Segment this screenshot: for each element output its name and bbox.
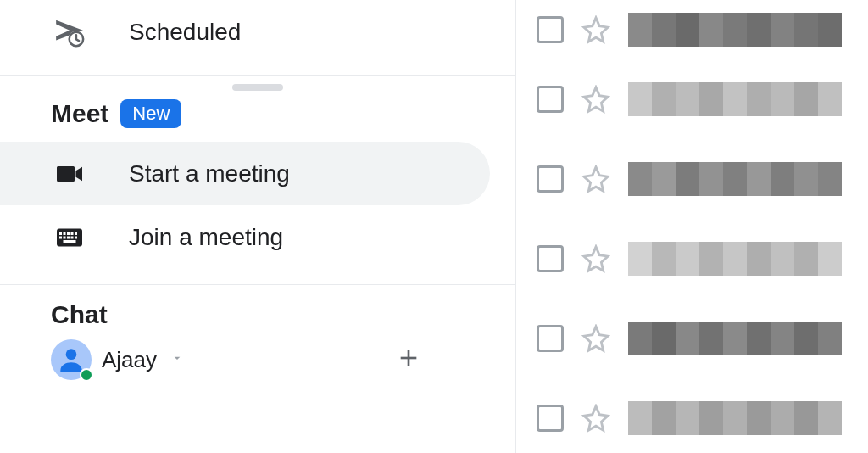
- sidebar: Scheduled Meet New Start a meeting: [0, 0, 515, 453]
- start-meeting-button[interactable]: Start a meeting: [0, 142, 490, 205]
- email-preview-redacted: [628, 162, 868, 196]
- svg-rect-4: [64, 232, 66, 235]
- chat-user-name: Ajaay: [102, 347, 157, 373]
- svg-rect-3: [59, 232, 62, 235]
- star-icon[interactable]: [581, 323, 611, 354]
- svg-rect-6: [71, 232, 74, 235]
- email-row[interactable]: [516, 299, 868, 378]
- email-preview-redacted: [628, 401, 868, 435]
- svg-rect-7: [75, 232, 77, 235]
- email-preview-redacted: [628, 82, 868, 116]
- svg-rect-10: [67, 236, 70, 238]
- select-checkbox[interactable]: [537, 405, 564, 432]
- meet-section-header: Meet New: [0, 99, 515, 142]
- svg-rect-13: [64, 240, 76, 243]
- section-resize-handle[interactable]: [232, 84, 283, 91]
- svg-rect-5: [67, 232, 70, 235]
- divider: [0, 75, 515, 76]
- avatar: [51, 339, 92, 380]
- select-checkbox[interactable]: [537, 165, 564, 193]
- chevron-down-icon[interactable]: [170, 351, 184, 368]
- svg-point-14: [66, 349, 77, 360]
- sidebar-item-scheduled[interactable]: Scheduled: [0, 0, 515, 64]
- svg-rect-11: [71, 236, 74, 238]
- join-meeting-label: Join a meeting: [129, 224, 283, 251]
- email-row[interactable]: [516, 59, 868, 139]
- scheduled-icon: [51, 14, 88, 51]
- email-row[interactable]: [516, 219, 868, 299]
- svg-rect-12: [75, 236, 77, 238]
- scheduled-label: Scheduled: [129, 19, 241, 46]
- email-row[interactable]: [516, 0, 868, 59]
- star-icon[interactable]: [581, 14, 611, 45]
- email-list: [515, 0, 868, 453]
- email-preview-redacted: [628, 13, 868, 47]
- select-checkbox[interactable]: [537, 16, 564, 43]
- start-meeting-label: Start a meeting: [129, 160, 290, 187]
- new-chat-button[interactable]: [395, 344, 422, 377]
- email-row[interactable]: [516, 378, 868, 453]
- keyboard-icon: [51, 219, 88, 256]
- email-preview-redacted: [628, 242, 868, 276]
- email-preview-redacted: [628, 322, 868, 355]
- meet-title: Meet: [51, 99, 108, 128]
- select-checkbox[interactable]: [537, 325, 564, 352]
- star-icon[interactable]: [581, 403, 611, 433]
- select-checkbox[interactable]: [537, 86, 564, 113]
- star-icon[interactable]: [581, 164, 611, 194]
- email-row[interactable]: [516, 139, 868, 219]
- chat-title: Chat: [51, 300, 515, 329]
- svg-rect-9: [64, 236, 66, 238]
- chat-section: Chat Ajaay: [0, 285, 515, 380]
- star-icon[interactable]: [581, 243, 611, 274]
- video-camera-icon: [51, 155, 88, 193]
- new-badge: New: [120, 99, 181, 128]
- chat-user-row[interactable]: Ajaay: [51, 329, 515, 380]
- star-icon[interactable]: [581, 84, 611, 115]
- svg-rect-8: [59, 236, 62, 238]
- select-checkbox[interactable]: [537, 245, 564, 272]
- status-online-dot: [80, 368, 93, 382]
- join-meeting-button[interactable]: Join a meeting: [0, 205, 515, 269]
